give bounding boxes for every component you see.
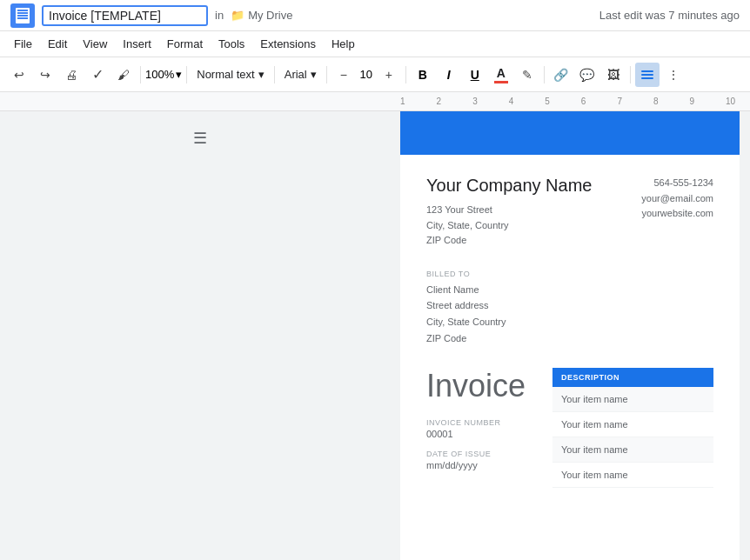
date-of-issue-value[interactable]: mm/dd/yyyy [426, 460, 526, 470]
ruler-marks: 1 2 3 4 5 6 7 8 9 10 [400, 97, 750, 106]
ruler-mark-1: 1 [400, 97, 405, 106]
font-color-label: A [497, 66, 506, 80]
company-right: 564-555-1234 your@email.com yourwebsite.… [641, 176, 713, 249]
font-color-button[interactable]: A [489, 63, 513, 87]
decrease-font-button[interactable]: − [331, 63, 356, 87]
table-row[interactable]: Your item name [552, 387, 713, 412]
font-size-display: 10 [358, 68, 375, 81]
paint-format-button[interactable]: 🖌 [111, 63, 136, 87]
separator-7 [630, 66, 631, 83]
separator-1 [140, 66, 141, 83]
date-of-issue-label: DATE OF ISSUE [426, 450, 526, 458]
client-street[interactable]: Street address [426, 297, 713, 314]
main-area: ☰ Your Company Name 123 Your Street City… [0, 111, 750, 560]
ruler-mark-6: 6 [581, 97, 586, 106]
in-label: in [215, 9, 224, 22]
company-address: 123 Your Street City, State, Country ZIP… [426, 203, 592, 249]
description-table: DESCRIPTION Your item name Your item nam… [552, 368, 713, 488]
outline-icon[interactable]: ☰ [193, 129, 207, 148]
invoice-left: Invoice INVOICE NUMBER 00001 DATE OF ISS… [426, 368, 526, 481]
menu-format[interactable]: Format [160, 34, 210, 54]
company-email[interactable]: your@email.com [641, 191, 713, 207]
invoice-number-value[interactable]: 00001 [426, 429, 526, 439]
company-city[interactable]: City, State, Country [426, 218, 592, 234]
date-of-issue-section: DATE OF ISSUE mm/dd/yyyy [426, 450, 526, 470]
ruler-mark-10: 10 [726, 97, 735, 106]
ruler-mark-2: 2 [437, 97, 442, 106]
company-section: Your Company Name 123 Your Street City, … [426, 176, 713, 249]
ruler-mark-3: 3 [472, 97, 478, 106]
separator-3 [274, 66, 275, 83]
italic-button[interactable]: I [437, 63, 461, 87]
title-bar: in 📁 My Drive Last edit was 7 minutes ag… [0, 0, 750, 31]
menu-bar: File Edit View Insert Format Tools Exten… [0, 31, 750, 57]
company-zip[interactable]: ZIP Code [426, 233, 592, 249]
client-city[interactable]: City, State Country [426, 314, 713, 330]
underline-button[interactable]: U [463, 63, 487, 87]
menu-view[interactable]: View [76, 34, 114, 54]
menu-edit[interactable]: Edit [41, 34, 74, 54]
folder-icon: 📁 [231, 9, 244, 22]
billed-info: Client Name Street address City, State C… [426, 282, 713, 347]
bold-button[interactable]: B [411, 63, 435, 87]
style-chevron-icon: ▾ [258, 68, 265, 81]
my-drive-breadcrumb[interactable]: 📁 My Drive [231, 9, 292, 22]
zoom-chevron-icon: ▾ [176, 68, 182, 81]
font-chevron-icon: ▾ [311, 68, 317, 81]
ruler-mark-5: 5 [545, 97, 550, 106]
style-dropdown[interactable]: Normal text ▾ [191, 65, 269, 83]
description-header: DESCRIPTION [552, 368, 713, 387]
separator-6 [544, 66, 545, 83]
menu-extensions[interactable]: Extensions [253, 34, 323, 54]
comment-button[interactable]: 💬 [575, 63, 599, 87]
ruler-mark-9: 9 [690, 97, 695, 106]
print-button[interactable]: 🖨 [59, 63, 84, 87]
spellcheck-button[interactable]: ✓ [85, 63, 110, 87]
ruler: 1 2 3 4 5 6 7 8 9 10 [0, 92, 750, 111]
table-row[interactable]: Your item name [552, 412, 713, 437]
style-label: Normal text [197, 68, 254, 81]
invoice-number-label: INVOICE NUMBER [426, 418, 526, 427]
invoice-title[interactable]: Invoice [426, 368, 526, 404]
menu-file[interactable]: File [7, 34, 39, 54]
invoice-number-section: INVOICE NUMBER 00001 [426, 418, 526, 439]
ruler-mark-4: 4 [509, 97, 514, 106]
font-dropdown[interactable]: Arial ▾ [279, 65, 322, 83]
billed-section: BILLED TO Client Name Street address Cit… [426, 270, 713, 347]
document-page: Your Company Name 123 Your Street City, … [400, 111, 740, 560]
document-area[interactable]: Your Company Name 123 Your Street City, … [400, 111, 750, 560]
my-drive-label: My Drive [248, 9, 292, 22]
docs-app-icon[interactable] [10, 3, 35, 28]
company-street[interactable]: 123 Your Street [426, 203, 592, 218]
menu-insert[interactable]: Insert [116, 34, 158, 54]
invoice-content: Your Company Name 123 Your Street City, … [400, 155, 740, 488]
redo-button[interactable]: ↪ [33, 63, 57, 87]
zoom-dropdown[interactable]: 100% ▾ [145, 68, 182, 81]
company-left: Your Company Name 123 Your Street City, … [426, 176, 592, 249]
client-name[interactable]: Client Name [426, 282, 713, 298]
image-button[interactable]: 🖼 [601, 63, 626, 87]
client-zip[interactable]: ZIP Code [426, 330, 713, 347]
toolbar: ↩ ↪ 🖨 ✓ 🖌 100% ▾ Normal text ▾ Arial ▾ −… [0, 57, 750, 92]
menu-help[interactable]: Help [325, 34, 362, 54]
zoom-value: 100% [145, 68, 174, 81]
company-name[interactable]: Your Company Name [426, 176, 592, 196]
table-row[interactable]: Your item name [552, 463, 713, 488]
invoice-main: Invoice INVOICE NUMBER 00001 DATE OF ISS… [426, 368, 713, 488]
increase-font-button[interactable]: + [377, 63, 401, 87]
document-title-input[interactable] [42, 5, 208, 26]
font-label: Arial [285, 68, 307, 81]
invoice-header-bar [400, 111, 740, 155]
table-row[interactable]: Your item name [552, 437, 713, 463]
more-options-button[interactable]: ⋮ [661, 63, 686, 87]
align-button[interactable] [635, 63, 660, 87]
align-icon [641, 70, 653, 79]
ruler-mark-7: 7 [617, 97, 622, 106]
undo-button[interactable]: ↩ [7, 63, 31, 87]
company-phone[interactable]: 564-555-1234 [641, 176, 713, 191]
left-panel: ☰ [0, 111, 400, 560]
link-button[interactable]: 🔗 [549, 63, 573, 87]
highlight-button[interactable]: ✎ [515, 63, 539, 87]
menu-tools[interactable]: Tools [211, 34, 251, 54]
company-website[interactable]: yourwebsite.com [641, 206, 713, 222]
